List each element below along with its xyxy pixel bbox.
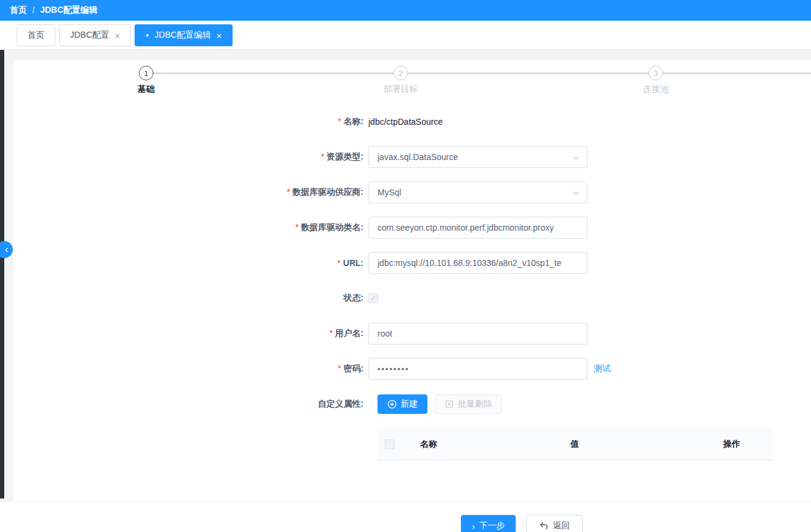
tab-jdbc-config[interactable]: JDBC配置 × <box>59 24 131 46</box>
step-1-label: 基础 <box>138 84 155 95</box>
step-1-circle: 1 <box>139 66 153 80</box>
batch-delete-button: 批量删除 <box>435 394 502 414</box>
username-label: *用户名: <box>13 328 363 339</box>
required-mark: * <box>321 152 324 161</box>
breadcrumb-home[interactable]: 首页 <box>10 5 27 16</box>
batch-delete-icon <box>444 399 454 409</box>
close-icon[interactable]: × <box>115 31 121 40</box>
tab-label: JDBC配置编辑 <box>155 30 211 41</box>
footer-action-bar: › 下一步 返回 <box>0 501 811 532</box>
required-mark: * <box>295 222 298 232</box>
required-mark: * <box>337 258 340 268</box>
breadcrumb-current: JDBC配置编辑 <box>40 5 97 16</box>
step-2-label: 部署目标 <box>384 84 418 95</box>
resource-type-select[interactable]: javax.sql.DataSource <box>368 146 588 168</box>
name-value: jdbc/ctpDataSource <box>368 117 443 127</box>
plus-circle-icon <box>387 399 397 409</box>
form-row-driver-class: *数据库驱动类名: <box>13 217 811 239</box>
select-all-checkbox[interactable] <box>385 439 395 449</box>
top-header-bar: 首页 / JDBC配置编辑 <box>0 0 811 21</box>
required-mark: * <box>287 187 290 197</box>
collapsed-sidebar-strip <box>0 21 4 499</box>
form-row-custom-props: 自定义属性: 新建 批量删除 <box>13 393 811 415</box>
db-vendor-label: *数据库驱动供应商: <box>13 187 363 198</box>
driver-class-input[interactable] <box>368 217 588 239</box>
step-3-label: 连接池 <box>643 84 669 95</box>
check-icon: ✓ <box>370 295 376 302</box>
tab-jdbc-config-edit[interactable]: ● JDBC配置编辑 × <box>135 24 233 46</box>
status-checkbox: ✓ <box>368 293 378 303</box>
status-label: 状态: <box>13 293 363 304</box>
column-header-name: 名称 <box>404 439 459 450</box>
back-button[interactable]: 返回 <box>526 515 583 532</box>
column-header-action: 操作 <box>690 439 773 450</box>
sidebar-collapse-button[interactable]: ‹ <box>0 241 13 258</box>
required-mark: * <box>338 116 341 126</box>
wizard-steps: 1 2 3 基础 部署目标 连接池 <box>13 60 811 111</box>
step-number: 1 <box>144 69 148 78</box>
new-property-button[interactable]: 新建 <box>377 394 427 414</box>
chevron-down-icon <box>572 153 580 162</box>
form-row-status: 状态: ✓ <box>13 287 811 309</box>
steps-connector-line <box>141 72 811 74</box>
test-connection-link[interactable]: 测试 <box>594 363 611 374</box>
form-row-url: *URL: <box>13 252 811 274</box>
db-vendor-value: MySql <box>377 187 401 197</box>
url-label: *URL: <box>13 258 363 268</box>
custom-props-label: 自定义属性: <box>13 399 363 410</box>
username-input[interactable] <box>368 323 588 345</box>
close-icon[interactable]: × <box>216 31 222 40</box>
table-header-row: 名称 值 操作 <box>377 429 773 460</box>
form-row-username: *用户名: <box>13 323 811 345</box>
resource-type-label: *资源类型: <box>13 152 363 163</box>
active-dot-icon: ● <box>146 33 149 38</box>
custom-props-table: 名称 值 操作 <box>377 429 773 460</box>
chevron-right-icon: › <box>472 521 475 531</box>
tab-label: 首页 <box>27 30 44 41</box>
step-number: 2 <box>398 69 402 78</box>
db-vendor-select[interactable]: MySql <box>368 181 588 203</box>
form-row-password: *密码: 测试 <box>13 358 811 380</box>
next-step-button[interactable]: › 下一步 <box>461 515 516 532</box>
undo-arrow-icon <box>539 521 549 531</box>
jdbc-form: *名称: jdbc/ctpDataSource *资源类型: javax.sql… <box>13 111 811 415</box>
driver-class-label: *数据库驱动类名: <box>13 222 363 233</box>
name-label: *名称: <box>13 116 363 127</box>
step-2-circle: 2 <box>393 66 408 80</box>
chevron-down-icon <box>572 189 580 197</box>
required-mark: * <box>338 363 341 373</box>
step-number: 3 <box>653 69 658 78</box>
breadcrumb-separator: / <box>32 5 35 15</box>
tab-home[interactable]: 首页 <box>16 24 55 46</box>
chevron-left-icon: ‹ <box>5 245 8 254</box>
password-input[interactable] <box>368 358 588 380</box>
form-row-db-vendor: *数据库驱动供应商: MySql <box>13 181 811 203</box>
required-mark: * <box>329 328 332 338</box>
tab-bar: 首页 JDBC配置 × ● JDBC配置编辑 × <box>0 21 811 50</box>
column-header-value: 值 <box>459 439 690 450</box>
resource-type-value: javax.sql.DataSource <box>377 152 458 162</box>
tab-label: JDBC配置 <box>70 30 110 41</box>
form-row-resource-type: *资源类型: javax.sql.DataSource <box>13 146 811 168</box>
password-label: *密码: <box>13 363 363 374</box>
form-row-name: *名称: jdbc/ctpDataSource <box>13 111 811 133</box>
step-3-circle: 3 <box>648 66 663 80</box>
url-input[interactable] <box>368 252 588 274</box>
main-content-card: 1 2 3 基础 部署目标 连接池 *名称: jdbc/ctpDataSourc… <box>13 60 811 501</box>
